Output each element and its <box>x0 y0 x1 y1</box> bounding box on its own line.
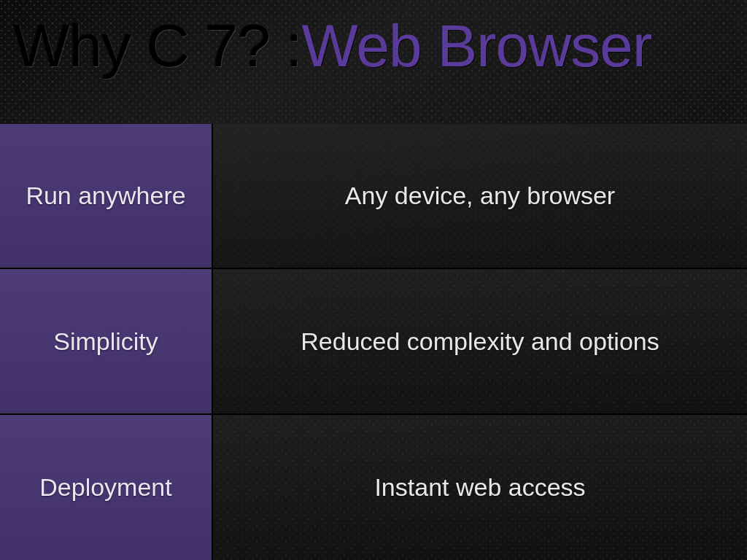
row-label: Simplicity <box>0 269 213 414</box>
row-desc: Instant web access <box>213 415 747 560</box>
row-label-text: Run anywhere <box>26 182 185 210</box>
row-desc: Any device, any browser <box>213 124 747 269</box>
slide-title: Why C 7? :Web Browser <box>0 0 747 77</box>
content-grid: Run anywhere Any device, any browser Sim… <box>0 124 747 560</box>
row-label: Run anywhere <box>0 124 213 269</box>
row-desc-text: Reduced complexity and options <box>301 327 659 356</box>
row-desc-text: Instant web access <box>374 473 585 502</box>
row-label-text: Deployment <box>39 473 171 502</box>
row-label-text: Simplicity <box>53 327 158 356</box>
row-desc: Reduced complexity and options <box>213 269 747 414</box>
slide: Why C 7? :Web Browser Run anywhere Any d… <box>0 0 747 560</box>
title-accent: Web Browser <box>302 12 652 79</box>
row-label: Deployment <box>0 415 213 560</box>
title-prefix: Why C 7? : <box>13 12 302 79</box>
row-desc-text: Any device, any browser <box>345 182 615 210</box>
